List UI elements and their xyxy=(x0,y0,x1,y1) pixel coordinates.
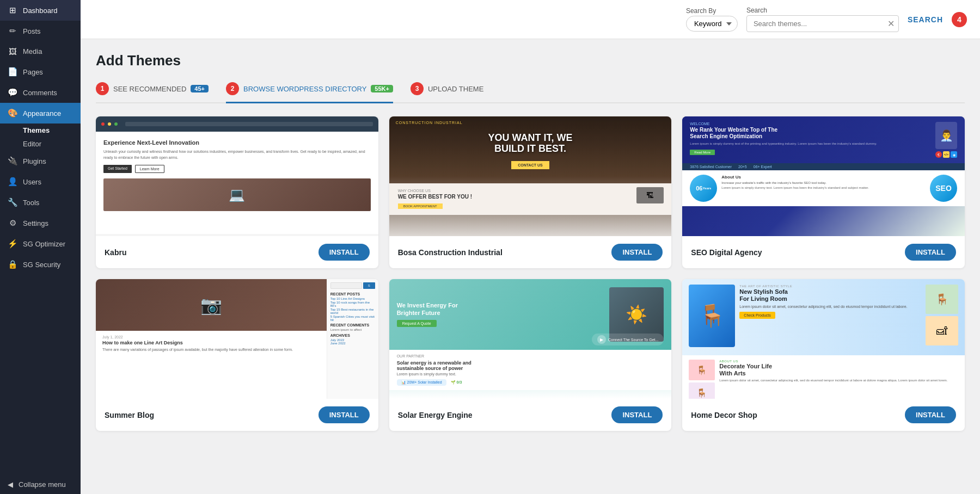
posts-icon: ✏ xyxy=(8,26,17,36)
tab-browse-label: BROWSE WORDPRESS DIRECTORY xyxy=(243,85,366,93)
plugins-icon: 🔌 xyxy=(8,156,17,166)
sidebar-item-sg-security[interactable]: 🔒 SG Security xyxy=(0,254,81,275)
tabs: 1 SEE RECOMMENDED 45+ 2 BROWSE WORDPRESS… xyxy=(96,82,965,103)
dashboard-icon: ⊞ xyxy=(8,5,17,15)
theme-preview-home-decor: 🪑 THE ART OF ARTISTIC STYLE New Stylish … xyxy=(682,279,965,399)
sidebar-item-comments[interactable]: 💬 Comments xyxy=(0,82,81,103)
sidebar-item-posts[interactable]: ✏ Posts xyxy=(0,21,81,41)
sidebar-item-sg-optimizer[interactable]: ⚡ SG Optimizer xyxy=(0,233,81,254)
sidebar-item-dashboard[interactable]: ⊞ Dashboard xyxy=(0,0,81,21)
tools-icon: 🔧 xyxy=(8,197,17,207)
sg-security-icon: 🔒 xyxy=(8,260,17,269)
sidebar-item-media[interactable]: 🖼 Media xyxy=(0,41,81,61)
sidebar-item-label: Dashboard xyxy=(23,7,58,15)
theme-preview-kabru: Experience Next-Level Innovation Unleash… xyxy=(96,116,378,236)
keyword-select[interactable]: Keyword xyxy=(686,16,738,32)
theme-footer-home-decor: Home Decor Shop INSTALL xyxy=(682,399,965,431)
sidebar-sub-editor[interactable]: Editor xyxy=(0,137,81,151)
theme-footer-kabru: Kabru INSTALL xyxy=(96,236,378,268)
sidebar-item-label: SG Optimizer xyxy=(23,240,65,248)
sidebar-item-tools[interactable]: 🔧 Tools xyxy=(0,192,81,213)
sg-optimizer-icon: ⚡ xyxy=(8,239,17,249)
install-kabru-button[interactable]: INSTALL xyxy=(318,244,370,261)
topbar: Search By Keyword Search ✕ SEARCH 4 xyxy=(81,0,980,39)
search-by-group: Search By Keyword xyxy=(686,7,738,32)
collapse-label: Collapse menu xyxy=(19,480,66,489)
step-2-badge: 2 xyxy=(226,82,239,95)
tab-recommended-count: 45+ xyxy=(191,85,209,92)
tab-browse-count: 55K+ xyxy=(371,85,393,92)
theme-preview-solar: We Invest Energy ForBrighter Future Requ… xyxy=(389,279,672,399)
theme-name-summer-blog: Summer Blog xyxy=(105,411,154,419)
install-solar-button[interactable]: INSTALL xyxy=(611,406,663,423)
sidebar-item-label: Posts xyxy=(23,27,41,35)
theme-card-summer-blog: 📷 July 1, 2022 How to make one Line Art … xyxy=(96,279,378,431)
sidebar-item-pages[interactable]: 📄 Pages xyxy=(0,61,81,82)
page-content: Add Themes 1 SEE RECOMMENDED 45+ 2 BROWS… xyxy=(81,39,980,494)
theme-footer-bosa: Bosa Construction Industrial INSTALL xyxy=(389,236,672,268)
tab-recommended-label: SEE RECOMMENDED xyxy=(113,85,186,93)
pages-icon: 📄 xyxy=(8,67,17,77)
theme-footer-seo: SEO Digital Agency INSTALL xyxy=(682,236,965,268)
appearance-icon: 🎨 xyxy=(8,108,17,118)
tab-upload-label: UPLOAD THEME xyxy=(428,85,483,93)
media-icon: 🖼 xyxy=(8,47,17,56)
install-bosa-button[interactable]: INSTALL xyxy=(611,244,663,261)
sidebar: ⊞ Dashboard ✏ Posts 🖼 Media 📄 Pages 💬 Co… xyxy=(0,0,81,494)
install-home-decor-button[interactable]: INSTALL xyxy=(905,406,956,423)
sidebar-item-label: Pages xyxy=(23,68,43,76)
theme-preview-summer-blog: 📷 July 1, 2022 How to make one Line Art … xyxy=(96,279,378,399)
theme-footer-summer-blog: Summer Blog INSTALL xyxy=(96,399,378,431)
theme-preview-bosa: CONSTRUCTION INDUSTRIAL YOU WANT IT, WEB… xyxy=(389,116,672,236)
search-group: Search ✕ xyxy=(746,7,899,32)
theme-name-bosa: Bosa Construction Industrial xyxy=(398,248,503,257)
sidebar-item-label: Appearance xyxy=(23,109,61,118)
tab-recommended[interactable]: 1 SEE RECOMMENDED 45+ xyxy=(96,82,209,103)
sidebar-item-appearance[interactable]: 🎨 Appearance xyxy=(0,103,81,124)
sidebar-sub-themes[interactable]: Themes xyxy=(0,124,81,137)
theme-name-kabru: Kabru xyxy=(105,248,126,257)
install-seo-button[interactable]: INSTALL xyxy=(905,244,956,261)
theme-card-seo: WELCOME We Rank Your Website Top of TheS… xyxy=(682,116,965,268)
page-title: Add Themes xyxy=(96,52,965,69)
clear-search-button[interactable]: ✕ xyxy=(887,20,895,28)
search-by-label: Search By xyxy=(686,7,738,15)
search-input-wrap: ✕ xyxy=(746,15,899,32)
sidebar-item-label: Comments xyxy=(23,89,57,97)
search-label: Search xyxy=(746,7,899,14)
sidebar-item-label: Tools xyxy=(23,199,39,207)
theme-card-home-decor: 🪑 THE ART OF ARTISTIC STYLE New Stylish … xyxy=(682,279,965,431)
collapse-menu-button[interactable]: ◀ Collapse menu xyxy=(0,475,81,494)
users-icon: 👤 xyxy=(8,177,17,187)
theme-preview-seo: WELCOME We Rank Your Website Top of TheS… xyxy=(682,116,965,236)
tab-upload[interactable]: 3 UPLOAD THEME xyxy=(411,82,483,103)
step-1-badge: 1 xyxy=(96,82,109,95)
theme-name-seo: SEO Digital Agency xyxy=(691,248,762,257)
main-content: Search By Keyword Search ✕ SEARCH 4 Add … xyxy=(81,0,980,494)
sidebar-item-users[interactable]: 👤 Users xyxy=(0,171,81,192)
sidebar-item-label: Users xyxy=(23,178,41,186)
search-input[interactable] xyxy=(746,15,899,32)
theme-name-home-decor: Home Decor Shop xyxy=(691,411,757,419)
sidebar-item-label: SG Security xyxy=(23,261,60,269)
theme-grid: Experience Next-Level Innovation Unleash… xyxy=(96,116,965,431)
sidebar-item-label: Media xyxy=(23,47,42,55)
theme-footer-solar: Solar Energy Engine INSTALL xyxy=(389,399,672,431)
tab-browse[interactable]: 2 BROWSE WORDPRESS DIRECTORY 55K+ xyxy=(226,82,393,103)
theme-card-bosa: CONSTRUCTION INDUSTRIAL YOU WANT IT, WEB… xyxy=(389,116,672,268)
collapse-icon: ◀ xyxy=(8,480,13,489)
step-3-badge: 3 xyxy=(411,82,424,95)
sidebar-item-label: Plugins xyxy=(23,157,46,165)
sidebar-item-plugins[interactable]: 🔌 Plugins xyxy=(0,151,81,171)
settings-icon: ⚙ xyxy=(8,218,17,228)
search-button[interactable]: SEARCH xyxy=(908,15,943,24)
sidebar-item-label: Settings xyxy=(23,219,48,227)
step-4-badge: 4 xyxy=(952,12,967,27)
install-summer-blog-button[interactable]: INSTALL xyxy=(318,406,370,423)
sidebar-item-settings[interactable]: ⚙ Settings xyxy=(0,213,81,233)
theme-card-solar: We Invest Energy ForBrighter Future Requ… xyxy=(389,279,672,431)
theme-name-solar: Solar Energy Engine xyxy=(398,411,473,419)
comments-icon: 💬 xyxy=(8,88,17,97)
theme-card-kabru: Experience Next-Level Innovation Unleash… xyxy=(96,116,378,268)
